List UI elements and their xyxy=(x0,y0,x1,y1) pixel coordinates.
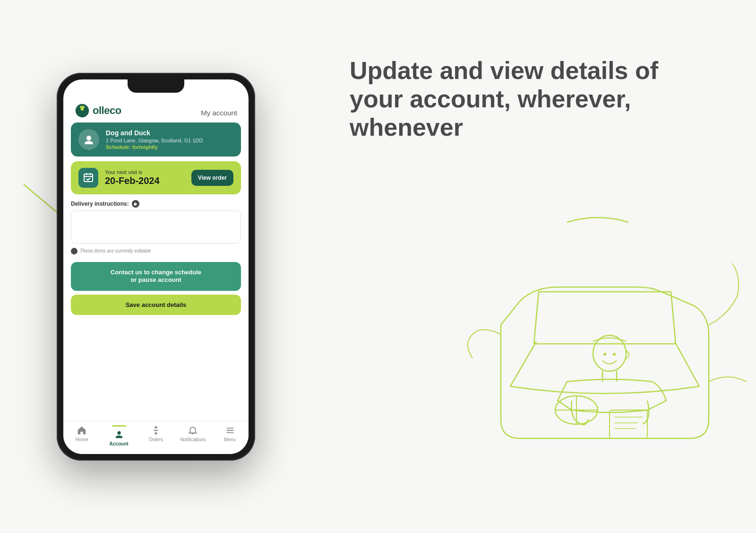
nav-account[interactable]: Account xyxy=(106,425,132,446)
edit-icon xyxy=(132,200,139,208)
olleco-logo-icon xyxy=(75,103,90,118)
screen-content: olleco My account Dog and Duck 1 Pond xyxy=(63,79,249,454)
note-icon xyxy=(71,248,77,254)
illustration xyxy=(463,240,747,514)
nav-home[interactable]: Home xyxy=(69,425,95,442)
svg-point-20 xyxy=(613,353,616,356)
account-icon xyxy=(114,429,124,440)
info-card-text: Dog and Duck 1 Pond Lane, Glasgow, Scotl… xyxy=(106,129,203,150)
right-panel: Update and view details of your account,… xyxy=(312,0,756,533)
schedule-info: Schedule: fortnightly xyxy=(106,144,203,150)
nav-orders[interactable]: Orders xyxy=(143,425,169,442)
phone-mockup: olleco My account Dog and Duck 1 Pond xyxy=(57,73,255,461)
visit-label: Your next visit is xyxy=(105,169,185,175)
avatar xyxy=(78,129,99,150)
save-account-button[interactable]: Save account details xyxy=(71,295,241,315)
svg-point-19 xyxy=(603,353,606,356)
editable-note: These items are currently editable xyxy=(71,248,241,254)
orders-icon xyxy=(151,425,161,436)
notifications-icon xyxy=(188,425,198,436)
contact-us-button[interactable]: Contact us to change schedule or pause a… xyxy=(71,262,241,291)
bottom-nav: Home Account xyxy=(63,421,249,454)
visit-card-text: Your next visit is 20-Feb-2024 xyxy=(105,169,185,186)
nav-menu-label: Menu xyxy=(224,437,236,442)
calendar-svg xyxy=(83,172,94,183)
business-address: 1 Pond Lane, Glasgow, Scotland, G1 1DD xyxy=(106,138,203,143)
editable-note-text: These items are currently editable xyxy=(80,248,151,253)
driver-illustration xyxy=(463,240,747,514)
delivery-input[interactable] xyxy=(71,210,241,244)
svg-point-10 xyxy=(117,431,120,434)
svg-point-2 xyxy=(80,106,82,108)
menu-icon xyxy=(225,425,235,436)
svg-point-18 xyxy=(593,335,626,371)
view-order-button[interactable]: View order xyxy=(191,170,233,186)
visit-date: 20-Feb-2024 xyxy=(105,175,185,186)
nav-orders-label: Orders xyxy=(149,437,163,442)
nav-notifications-label: Notifications xyxy=(180,437,206,442)
cta-section: Contact us to change schedule or pause a… xyxy=(63,258,249,317)
my-account-title: My account xyxy=(201,109,237,117)
connection-line xyxy=(567,208,628,236)
left-panel: olleco My account Dog and Duck 1 Pond xyxy=(0,0,312,533)
nav-menu[interactable]: Menu xyxy=(217,425,243,442)
user-icon xyxy=(83,133,95,146)
svg-point-3 xyxy=(83,106,85,108)
nav-notifications[interactable]: Notifications xyxy=(180,425,206,442)
visit-card: Your next visit is 20-Feb-2024 View orde… xyxy=(71,161,241,194)
delivery-label: Delivery instructions: xyxy=(71,200,241,208)
svg-point-4 xyxy=(86,136,91,140)
svg-rect-21 xyxy=(610,410,647,438)
screen-header: olleco My account xyxy=(63,99,249,122)
phone-notch xyxy=(128,79,184,93)
nav-home-label: Home xyxy=(76,437,88,442)
delivery-section: Delivery instructions: These items are c… xyxy=(63,200,249,258)
nav-active-indicator xyxy=(112,425,126,427)
nav-account-label: Account xyxy=(110,441,129,446)
phone-screen: olleco My account Dog and Duck 1 Pond xyxy=(63,79,249,454)
tagline: Update and view details of your account,… xyxy=(350,57,680,141)
business-name: Dog and Duck xyxy=(106,129,203,137)
logo-text: olleco xyxy=(93,105,121,117)
svg-rect-5 xyxy=(84,174,93,182)
home-icon xyxy=(77,425,87,436)
olleco-logo: olleco xyxy=(75,103,121,118)
info-card: Dog and Duck 1 Pond Lane, Glasgow, Scotl… xyxy=(71,122,241,157)
calendar-icon xyxy=(78,168,98,188)
